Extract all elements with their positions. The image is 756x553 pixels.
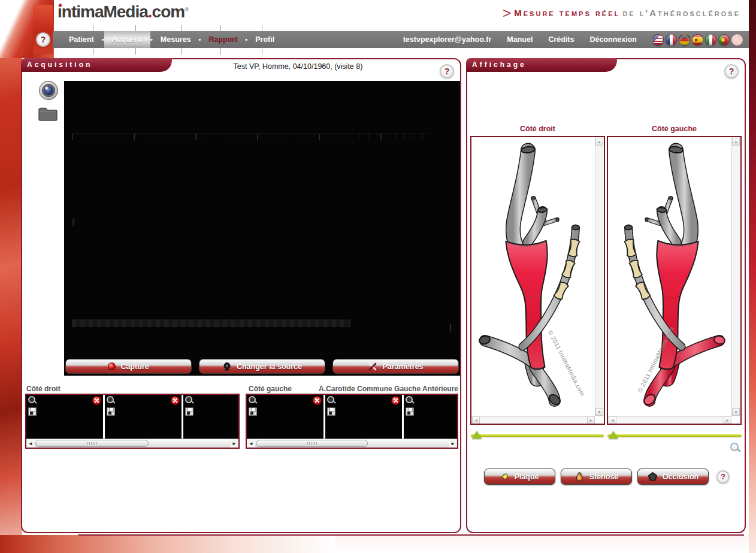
scroll-left-arrow[interactable]: [472, 416, 480, 424]
thumbnail[interactable]: [183, 395, 238, 439]
nav-link-deconnexion[interactable]: Déconnexion: [590, 35, 637, 44]
save-icon[interactable]: [185, 407, 193, 416]
video-faint-text-band: [72, 319, 350, 327]
thumbnail[interactable]: [26, 395, 103, 439]
tagline-chevron-icon: >: [503, 5, 511, 21]
flag-de-icon[interactable]: [679, 34, 690, 46]
vertical-scrollbar[interactable]: [595, 137, 604, 416]
stenose-button[interactable]: Sténose: [561, 469, 632, 485]
change-source-button[interactable]: Changer la source: [199, 359, 325, 374]
occlusion-button[interactable]: Occlusion: [637, 469, 709, 485]
nav-help-button[interactable]: ?: [36, 32, 50, 47]
nav-items: Patient • Acquérir • Mesures • Rapport •…: [61, 31, 282, 48]
acquisition-tab: Acquisition: [21, 58, 172, 72]
capture-button[interactable]: Capture: [65, 359, 192, 374]
video-ruler: [72, 134, 428, 140]
background-right-stripe: [749, 0, 756, 553]
scroll-left-arrow[interactable]: [609, 416, 616, 424]
nav-item-mesures[interactable]: Mesures: [153, 31, 199, 48]
carotid-artery-illustration: © 2011 IntimaMedia.com: [472, 138, 595, 416]
magnifier-icon[interactable]: [249, 396, 258, 405]
tools-icon: [368, 362, 377, 371]
nav-link-manuel[interactable]: Manuel: [507, 35, 533, 44]
display-help-button[interactable]: ?: [724, 64, 739, 78]
nav-tick: [135, 48, 136, 55]
scroll-left-arrow[interactable]: [247, 439, 255, 448]
slider-handle[interactable]: [609, 431, 618, 439]
flag-es-icon[interactable]: [692, 34, 703, 46]
nav-item-profil[interactable]: Profil: [247, 31, 282, 48]
thumbnail[interactable]: [404, 395, 457, 439]
thumbnail[interactable]: [325, 395, 402, 439]
nav-tick: [135, 25, 136, 31]
magnifier-icon[interactable]: [185, 396, 194, 405]
tagline: > Mesure temps réel de l'Athérosclérose: [503, 5, 740, 22]
nav-tick: [93, 25, 93, 31]
acquisition-help-button[interactable]: ?: [440, 64, 454, 78]
horizontal-scrollbar[interactable]: [608, 416, 731, 424]
settings-button[interactable]: Paramètres: [332, 359, 459, 374]
video-feed: Capture Changer la source Paramètre: [64, 81, 460, 376]
slider-handle[interactable]: [472, 431, 482, 439]
slider-track[interactable]: [471, 434, 604, 437]
vertebra-bone: [624, 238, 651, 300]
nav-link-credits[interactable]: Crédits: [548, 35, 574, 44]
thumbnail[interactable]: [247, 395, 323, 439]
flag-it-icon[interactable]: [705, 34, 716, 46]
magnifier-icon[interactable]: [406, 396, 415, 405]
vertical-scrollbar[interactable]: [731, 137, 740, 416]
scrollbar-thumb[interactable]: [35, 440, 149, 447]
plaque-button[interactable]: Plaque: [484, 469, 555, 485]
scroll-right-arrow[interactable]: [449, 439, 457, 448]
nav-item-patient[interactable]: Patient: [61, 31, 102, 48]
delete-icon[interactable]: [391, 396, 400, 405]
scroll-down-arrow[interactable]: [595, 408, 603, 416]
nav-item-rapport[interactable]: Rapport: [201, 31, 245, 48]
legend-help-button[interactable]: ?: [716, 470, 730, 484]
nav-item-acquerir[interactable]: Acquérir: [104, 31, 150, 48]
thumbnail-row: [247, 395, 457, 439]
scrollbar-thumb[interactable]: [256, 440, 368, 447]
scroll-right-arrow[interactable]: [724, 416, 731, 424]
save-icon[interactable]: [406, 407, 414, 416]
diagram-left-label: Côté gauche: [607, 125, 742, 133]
magnifier-icon[interactable]: [28, 396, 37, 405]
delete-icon[interactable]: [313, 396, 322, 405]
scroll-up-arrow[interactable]: [732, 138, 740, 146]
slider-track[interactable]: [607, 434, 742, 437]
scroll-right-arrow[interactable]: [587, 416, 595, 424]
scroll-left-arrow[interactable]: [26, 439, 35, 448]
delete-icon[interactable]: [171, 396, 180, 405]
flag-us-icon[interactable]: [652, 34, 664, 46]
user-email: testvpexplorer@yahoo.fr: [403, 35, 492, 44]
nav-tick: [181, 25, 182, 31]
logo-dot-icon: [59, 4, 62, 7]
folder-source-icon[interactable]: [37, 105, 59, 122]
stenose-label: Sténose: [589, 473, 619, 481]
logo-main-text: intimaMedia: [58, 2, 148, 21]
magnifier-icon[interactable]: [107, 396, 116, 405]
scroll-down-arrow[interactable]: [732, 408, 740, 416]
save-icon[interactable]: [249, 407, 257, 416]
stenose-icon: [574, 472, 585, 482]
scrollbar-track[interactable]: [255, 439, 449, 448]
thumbnail[interactable]: [105, 395, 182, 439]
horizontal-scrollbar[interactable]: [471, 416, 595, 424]
nav-right: testvpexplorer@yahoo.fr Manuel Crédits D…: [403, 34, 743, 46]
scroll-up-arrow[interactable]: [595, 138, 603, 146]
save-icon[interactable]: [107, 407, 115, 416]
save-icon[interactable]: [28, 407, 37, 416]
save-icon[interactable]: [327, 407, 335, 416]
legend-buttons: Plaque Sténose Occlusion ?: [484, 469, 730, 485]
video-button-row: Capture Changer la source Paramètre: [65, 359, 459, 374]
scrollbar-track[interactable]: [35, 439, 230, 448]
magnifier-icon[interactable]: [327, 396, 336, 405]
scroll-right-arrow[interactable]: [230, 439, 238, 448]
logo: intimaMedia.com®: [58, 2, 189, 22]
webcam-source-icon[interactable]: [38, 80, 59, 101]
delete-icon[interactable]: [92, 396, 101, 405]
flag-fr-icon[interactable]: [666, 34, 677, 46]
zoom-magnifier-icon[interactable]: [730, 443, 741, 454]
flag-pt-icon[interactable]: [718, 34, 730, 46]
change-source-label: Changer la source: [237, 362, 302, 371]
